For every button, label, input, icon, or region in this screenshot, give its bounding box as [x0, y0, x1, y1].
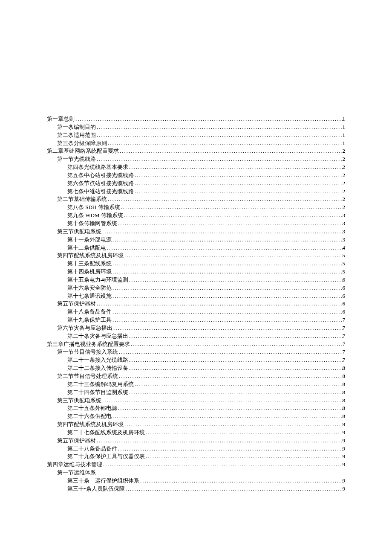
toc-entry-page: 1: [343, 139, 346, 148]
toc-entry: 第八条 SDH 传输系统2: [67, 203, 345, 212]
toc-entry: 第四条光缆线路基本要求2: [67, 163, 345, 171]
toc-entry: 第三节供配电系统8: [57, 397, 345, 405]
toc-entry-page: 3: [343, 220, 346, 228]
toc-leader-dots: [118, 348, 343, 356]
toc-leader-dots: [96, 155, 343, 163]
toc-entry-title: 第一节光缆线路: [57, 155, 96, 163]
toc-entry: 第五条中心站引接光缆线路2: [67, 171, 345, 180]
toc-entry: 第二十五条外部电源8: [67, 404, 345, 413]
toc-entry-title: 第四节配线系统及机房环境: [57, 421, 124, 429]
toc-entry: 第三十条 运行保护组织体系9: [67, 477, 345, 485]
toc-entry-page: 7: [343, 356, 346, 364]
toc-leader-dots: [102, 461, 343, 469]
toc-entry-page: 7: [343, 316, 346, 324]
toc-leader-dots: [128, 163, 343, 171]
toc-entry: 第二十七条配线系统及机房环境9: [67, 429, 345, 437]
toc-entry-page: 9: [343, 453, 346, 461]
toc-entry: 第十一条外部电源3: [67, 236, 345, 244]
toc-entry: 第七条中维站引接光缆线路2: [67, 188, 345, 196]
toc-entry-page: 8: [343, 397, 346, 405]
toc-leader-dots: [75, 115, 343, 123]
toc-entry-title: 第二十一条接入光缆线路: [67, 356, 128, 364]
toc-entry: 第六条节点站引接光缆线路2: [67, 180, 345, 188]
toc-entry-title: 第二十条灾备与应急播出: [67, 332, 128, 340]
toc-entry-title: 第二条适用范围: [57, 131, 96, 139]
toc-entry-title: 第二十五条外部电源: [67, 404, 117, 413]
toc-entry: 第五节保护器材6: [57, 300, 345, 308]
toc-leader-dots: [130, 340, 343, 349]
toc-entry-page: 2: [343, 147, 346, 155]
toc-leader-dots: [112, 268, 343, 276]
toc-leader-dots: [112, 284, 343, 292]
toc-entry-title: 第一条编制目的: [57, 123, 96, 131]
toc-entry-page: 9: [343, 477, 346, 485]
toc-entry: 第十九条保护工具7: [67, 316, 345, 324]
toc-leader-dots: [124, 421, 343, 429]
toc-leader-dots: [128, 389, 343, 397]
toc-entry: 第三十•条人员队伍保障9: [67, 485, 345, 493]
toc-entry-page: 8: [343, 389, 346, 397]
toc-entry-title: 第十六条安全防范: [67, 284, 112, 292]
toc-entry-title: 第一节运维体系: [57, 469, 96, 477]
toc-entry-page: 6: [343, 276, 346, 284]
toc-entry: 第二十六条供配电8: [67, 413, 345, 421]
toc-entry-page: 3: [343, 228, 346, 236]
toc-entry: 第九条 WDM 传输系统3: [67, 212, 345, 220]
toc-entry-title: 第三十•条人员队伍保障: [67, 485, 125, 493]
toc-entry: 第二条适用范围1: [57, 131, 345, 139]
toc-entry-page: 6: [343, 300, 346, 308]
toc-entry-title: 第十一条外部电源: [67, 236, 112, 244]
toc-entry-title: 第三十条 运行保护组织体系: [67, 477, 139, 485]
toc-entry-title: 第一章总则: [47, 115, 75, 123]
toc-entry: 第十二条供配电4: [67, 244, 345, 252]
toc-leader-dots: [118, 372, 343, 381]
toc-entry: 第三章广播电视业务系统配置要求7: [47, 340, 345, 349]
toc-entry-title: 第十五条电力与环境监测: [67, 276, 128, 284]
toc-entry-page: 9: [343, 421, 346, 429]
toc-entry: 第二十二条接入传输设备8: [67, 364, 345, 372]
toc-entry-title: 第三条分级保障原则: [57, 139, 107, 148]
toc-entry: 第二十九条保护工具与仪器仪表9: [67, 453, 345, 461]
toc-entry-page: 2: [343, 163, 346, 171]
table-of-contents: 第一章总则1第一条编制目的1第二条适用范围1第三条分级保障原则1第二章基础网络系…: [47, 115, 345, 493]
toc-leader-dots: [134, 381, 343, 389]
toc-leader-dots: [128, 364, 343, 372]
toc-entry-page: 7: [343, 324, 346, 332]
toc-leader-dots: [101, 228, 343, 236]
toc-entry-title: 第十条传输网管系统: [67, 220, 117, 228]
toc-entry-title: 第二十六条供配电: [67, 413, 112, 421]
toc-entry-page: 2: [343, 188, 346, 196]
toc-leader-dots: [128, 356, 343, 364]
toc-entry-page: 8: [343, 372, 346, 381]
toc-entry-page: 1: [343, 123, 346, 131]
toc-entry-page: 8: [343, 381, 346, 389]
toc-entry-title: 第八条 SDH 传输系统: [67, 203, 120, 212]
toc-entry-title: 第二十九条保护工具与仪器仪表: [67, 453, 145, 461]
toc-entry-page: 6: [343, 284, 346, 292]
toc-entry: 第十条传输网管系统3: [67, 220, 345, 228]
toc-entry-title: 第十四条机房环境: [67, 268, 112, 276]
toc-entry-title: 第二十三条编解码复用系统: [67, 381, 134, 389]
toc-entry-page: 9: [343, 461, 346, 469]
toc-entry-title: 第六条节点站引接光缆线路: [67, 180, 134, 188]
toc-entry-title: 第四节配线系统及机房环境: [57, 252, 124, 260]
toc-entry-title: 第四条光缆线路基本要求: [67, 163, 128, 171]
toc-entry-title: 第四章运维与技术管理: [47, 461, 102, 469]
toc-leader-dots: [134, 188, 343, 196]
toc-entry: 第四章运维与技术管理9: [47, 461, 345, 469]
toc-leader-dots: [117, 404, 343, 413]
toc-entry-page: 2: [343, 180, 346, 188]
toc-entry: 第二十三条编解码复用系统8: [67, 381, 345, 389]
toc-entry: 第二十一条接入光缆线路7: [67, 356, 345, 364]
toc-entry: 第三节供配电系统3: [57, 228, 345, 236]
toc-entry: 第六节灾备与应急播出7: [57, 324, 345, 332]
toc-leader-dots: [145, 429, 343, 437]
toc-entry-title: 第十九条保护工具: [67, 316, 112, 324]
toc-entry-title: 第一节节目信号接入系统: [57, 348, 118, 356]
toc-leader-dots: [106, 244, 343, 252]
toc-entry-page: 4: [343, 244, 346, 252]
toc-entry-page: 3: [343, 212, 346, 220]
toc-entry: 第二章基础网络系统配置要求2: [47, 147, 345, 155]
toc-leader-dots: [112, 308, 343, 316]
toc-leader-dots: [119, 147, 343, 155]
